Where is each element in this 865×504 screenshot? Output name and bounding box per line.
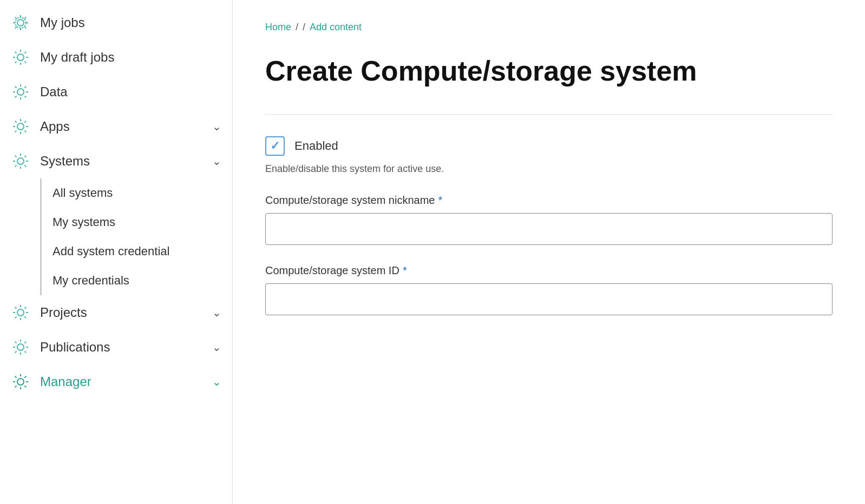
- system-id-form-group: Compute/storage system ID *: [265, 264, 833, 315]
- svg-point-7: [17, 344, 24, 350]
- sidebar-item-my-draft-jobs-label: My draft jobs: [40, 50, 221, 65]
- main-content: Home / / Add content Create Compute/stor…: [233, 0, 865, 504]
- svg-point-4: [17, 123, 24, 130]
- sidebar-item-all-systems[interactable]: All systems: [42, 178, 232, 208]
- sidebar-item-add-system-credential[interactable]: Add system credential: [42, 237, 232, 266]
- chevron-down-icon: ⌄: [212, 341, 221, 354]
- my-credentials-label: My credentials: [53, 274, 129, 287]
- sidebar-item-my-jobs-label: My jobs: [40, 15, 221, 30]
- sidebar-item-systems[interactable]: Systems ⌄: [0, 144, 232, 178]
- sidebar-item-projects[interactable]: Projects ⌄: [0, 295, 232, 330]
- gear-icon: [11, 117, 30, 136]
- sidebar-item-projects-label: Projects: [40, 305, 212, 320]
- sidebar-item-my-credentials[interactable]: My credentials: [42, 266, 232, 295]
- sidebar-item-manager-label: Manager: [40, 374, 212, 389]
- breadcrumb-sep-2: /: [303, 22, 305, 33]
- gear-icon: [11, 337, 30, 357]
- enabled-hint: Enable/disable this system for active us…: [265, 163, 833, 175]
- svg-point-2: [17, 54, 24, 61]
- system-id-input[interactable]: [265, 283, 833, 315]
- sidebar-item-apps-label: Apps: [40, 119, 212, 134]
- divider: [265, 114, 833, 115]
- required-star: *: [438, 194, 442, 207]
- sidebar-item-data-label: Data: [40, 84, 221, 100]
- add-system-credential-label: Add system credential: [53, 244, 169, 258]
- page-title: Create Compute/storage system: [265, 55, 833, 87]
- svg-point-5: [17, 158, 24, 164]
- nickname-input[interactable]: [265, 213, 833, 245]
- breadcrumb: Home / / Add content: [265, 22, 833, 33]
- gear-icon: [11, 82, 30, 102]
- sidebar-item-systems-label: Systems: [40, 154, 212, 169]
- breadcrumb-sep-1: /: [296, 22, 298, 33]
- gear-icon: [11, 372, 30, 392]
- chevron-down-icon: ⌄: [212, 375, 221, 388]
- svg-point-3: [17, 89, 24, 95]
- chevron-down-icon: ⌄: [212, 155, 221, 168]
- systems-sub-items: All systems My systems Add system creden…: [40, 178, 232, 295]
- my-systems-label: My systems: [53, 215, 115, 229]
- sidebar: My jobs My draft jobs Data Apps ⌄ System…: [0, 0, 233, 504]
- svg-point-6: [17, 309, 24, 316]
- gear-icon: [11, 13, 30, 32]
- gear-icon: [11, 303, 30, 322]
- sidebar-item-manager[interactable]: Manager ⌄: [0, 364, 232, 399]
- nickname-form-group: Compute/storage system nickname *: [265, 194, 833, 245]
- nickname-label: Compute/storage system nickname *: [265, 194, 833, 207]
- gear-icon: [11, 48, 30, 67]
- enabled-label: Enabled: [294, 139, 338, 153]
- svg-point-0: [17, 19, 24, 26]
- sidebar-item-my-systems[interactable]: My systems: [42, 208, 232, 237]
- system-id-label: Compute/storage system ID *: [265, 264, 833, 277]
- sidebar-item-apps[interactable]: Apps ⌄: [0, 109, 232, 144]
- sidebar-item-my-jobs[interactable]: My jobs: [0, 5, 232, 40]
- chevron-down-icon: ⌄: [212, 120, 221, 133]
- sidebar-item-my-draft-jobs[interactable]: My draft jobs: [0, 40, 232, 75]
- sidebar-item-publications[interactable]: Publications ⌄: [0, 330, 232, 364]
- all-systems-label: All systems: [53, 186, 113, 200]
- gear-icon: [11, 151, 30, 171]
- svg-point-8: [17, 379, 24, 385]
- checkmark-icon: ✓: [270, 140, 280, 152]
- enabled-form-group: ✓ Enabled Enable/disable this system for…: [265, 136, 833, 175]
- chevron-down-icon: ⌄: [212, 306, 221, 319]
- enabled-checkbox-row: ✓ Enabled: [265, 136, 833, 156]
- breadcrumb-home[interactable]: Home: [265, 22, 291, 33]
- breadcrumb-add-content[interactable]: Add content: [310, 22, 362, 33]
- sidebar-item-publications-label: Publications: [40, 340, 212, 355]
- required-star-2: *: [403, 264, 407, 277]
- sidebar-item-data[interactable]: Data: [0, 75, 232, 109]
- enabled-checkbox[interactable]: ✓: [265, 136, 285, 156]
